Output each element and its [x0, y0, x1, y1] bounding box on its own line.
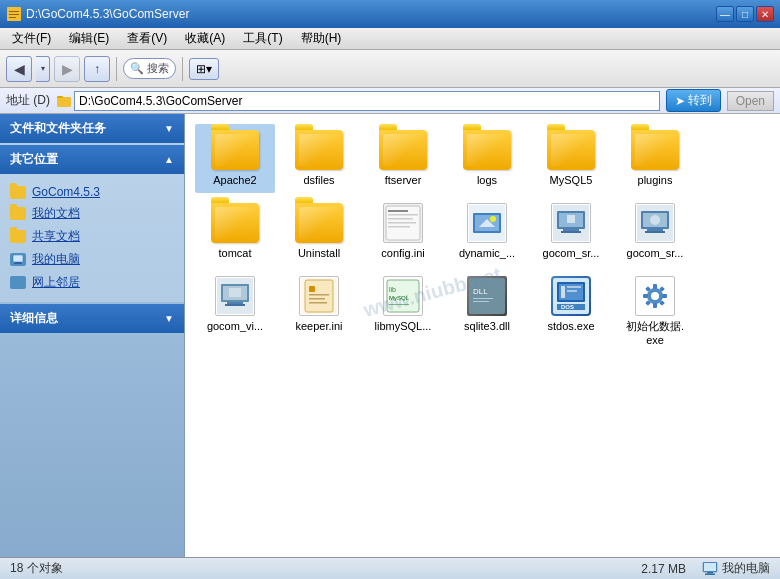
- libmysql-icon: lib MySQL: [383, 276, 423, 316]
- file-item-init-data[interactable]: 初始化数据.exe: [615, 270, 695, 352]
- svg-rect-2: [9, 14, 19, 15]
- menu-help[interactable]: 帮助(H): [293, 28, 350, 49]
- detail-section: 详细信息 ▼: [0, 304, 184, 333]
- svg-text:DOS: DOS: [561, 304, 574, 310]
- file-item-gocom-sr1[interactable]: gocom_sr...: [531, 197, 611, 266]
- svg-rect-7: [15, 262, 21, 263]
- link-mydocs[interactable]: 我的文档: [10, 202, 174, 225]
- menu-file[interactable]: 文件(F): [4, 28, 59, 49]
- link-network-label: 网上邻居: [32, 274, 80, 291]
- link-mypc[interactable]: 我的电脑: [10, 248, 174, 271]
- menu-edit[interactable]: 编辑(E): [61, 28, 117, 49]
- file-label-dynamic: dynamic_...: [459, 247, 515, 260]
- svg-rect-66: [643, 294, 648, 298]
- file-label-ftserver: ftserver: [385, 174, 422, 187]
- address-label: 地址 (D): [6, 92, 50, 109]
- file-item-mysql5[interactable]: MySQL5: [531, 124, 611, 193]
- svg-point-19: [490, 216, 496, 222]
- other-section-header[interactable]: 其它位置 ▲: [0, 145, 184, 174]
- file-item-tomcat[interactable]: tomcat: [195, 197, 275, 266]
- svg-rect-49: [469, 278, 505, 314]
- file-browser: Apache2 dsfiles ftserver logs MySQL5 plu…: [185, 114, 780, 557]
- left-panel: 文件和文件夹任务 ▼ 其它位置 ▲ GoCom4.5.3 我的文档: [0, 114, 185, 557]
- forward-button[interactable]: ▶: [54, 56, 80, 82]
- svg-rect-67: [662, 294, 667, 298]
- task-section-header[interactable]: 文件和文件夹任务 ▼: [0, 114, 184, 143]
- file-item-apache2[interactable]: Apache2: [195, 124, 275, 193]
- file-item-ftserver[interactable]: ftserver: [363, 124, 443, 193]
- views-button[interactable]: ⊞ ▾: [189, 58, 219, 80]
- dsfiles-folder-icon: [295, 130, 343, 170]
- minimize-button[interactable]: —: [716, 6, 734, 22]
- file-item-gocom-sr2[interactable]: gocom_sr...: [615, 197, 695, 266]
- svg-rect-4: [57, 97, 71, 107]
- file-item-keeper-ini[interactable]: keeper.ini: [279, 270, 359, 352]
- search-button[interactable]: 🔍 搜索: [123, 58, 176, 79]
- file-item-dsfiles[interactable]: dsfiles: [279, 124, 359, 193]
- svg-rect-37: [229, 288, 241, 297]
- menu-tools[interactable]: 工具(T): [235, 28, 290, 49]
- file-label-logs: logs: [477, 174, 497, 187]
- file-item-gocom-vi[interactable]: gocom_vi...: [195, 270, 275, 352]
- gocom-sr1-icon: [551, 203, 591, 243]
- go-button[interactable]: ➤ 转到: [666, 89, 721, 112]
- file-item-plugins[interactable]: plugins: [615, 124, 695, 193]
- toolbar-separator-2: [182, 57, 183, 81]
- file-item-sqlite3[interactable]: DLL sqlite3.dll: [447, 270, 527, 352]
- detail-section-header[interactable]: 详细信息 ▼: [0, 304, 184, 333]
- menu-view[interactable]: 查看(V): [119, 28, 175, 49]
- maximize-button[interactable]: □: [736, 6, 754, 22]
- status-size: 2.17 MB: [641, 562, 686, 576]
- svg-rect-64: [653, 284, 657, 289]
- back-button[interactable]: ◀: [6, 56, 32, 82]
- svg-rect-29: [647, 229, 663, 231]
- svg-rect-24: [561, 231, 581, 233]
- up-button[interactable]: ↑: [84, 56, 110, 82]
- close-button[interactable]: ✕: [756, 6, 774, 22]
- file-label-apache2: Apache2: [213, 174, 256, 187]
- open-button[interactable]: Open: [727, 91, 774, 111]
- other-section-label: 其它位置: [10, 151, 58, 168]
- dynamic-icon: [467, 203, 507, 243]
- other-section-arrow: ▲: [164, 154, 174, 165]
- file-item-libmysql[interactable]: lib MySQL libmySQL...: [363, 270, 443, 352]
- menu-bar: 文件(F) 编辑(E) 查看(V) 收藏(A) 工具(T) 帮助(H): [0, 28, 780, 50]
- link-gocom[interactable]: GoCom4.5.3: [10, 182, 174, 202]
- back-dropdown[interactable]: ▾: [36, 56, 50, 82]
- file-label-config-ini: config.ini: [381, 247, 424, 260]
- link-network[interactable]: 网上邻居: [10, 271, 174, 294]
- task-section-arrow: ▼: [164, 123, 174, 134]
- status-computer-label: 我的电脑: [722, 560, 770, 577]
- file-item-dynamic[interactable]: dynamic_...: [447, 197, 527, 266]
- svg-point-63: [651, 292, 659, 300]
- svg-rect-42: [309, 298, 325, 300]
- status-computer: 我的电脑: [702, 560, 770, 577]
- address-input-wrap[interactable]: [74, 91, 660, 111]
- file-item-uninstall[interactable]: Uninstall: [279, 197, 359, 266]
- task-section: 文件和文件夹任务 ▼: [0, 114, 184, 143]
- svg-rect-14: [388, 226, 410, 228]
- uninstall-folder-icon: [295, 203, 343, 243]
- file-label-keeper-ini: keeper.ini: [295, 320, 342, 333]
- svg-rect-41: [309, 294, 329, 296]
- svg-rect-25: [567, 215, 575, 223]
- file-item-stdos[interactable]: DOS stdos.exe: [531, 270, 611, 352]
- file-grid: Apache2 dsfiles ftserver logs MySQL5 plu…: [195, 124, 770, 353]
- svg-text:DLL: DLL: [473, 287, 488, 296]
- gocom-vi-icon: [215, 276, 255, 316]
- tomcat-folder-icon: [211, 203, 259, 243]
- svg-rect-65: [653, 303, 657, 308]
- file-label-gocom-vi: gocom_vi...: [207, 320, 263, 333]
- svg-rect-8: [14, 263, 22, 264]
- svg-rect-56: [561, 286, 565, 298]
- search-label: 搜索: [147, 61, 169, 76]
- svg-rect-1: [9, 11, 19, 12]
- file-item-config-ini[interactable]: config.ini: [363, 197, 443, 266]
- address-input[interactable]: [79, 94, 655, 108]
- svg-rect-35: [227, 302, 243, 304]
- title-bar-left: D:\GoCom4.5.3\GoComServer: [6, 6, 189, 22]
- file-label-dsfiles: dsfiles: [303, 174, 334, 187]
- link-shared[interactable]: 共享文档: [10, 225, 174, 248]
- menu-favorites[interactable]: 收藏(A): [177, 28, 233, 49]
- file-item-logs[interactable]: logs: [447, 124, 527, 193]
